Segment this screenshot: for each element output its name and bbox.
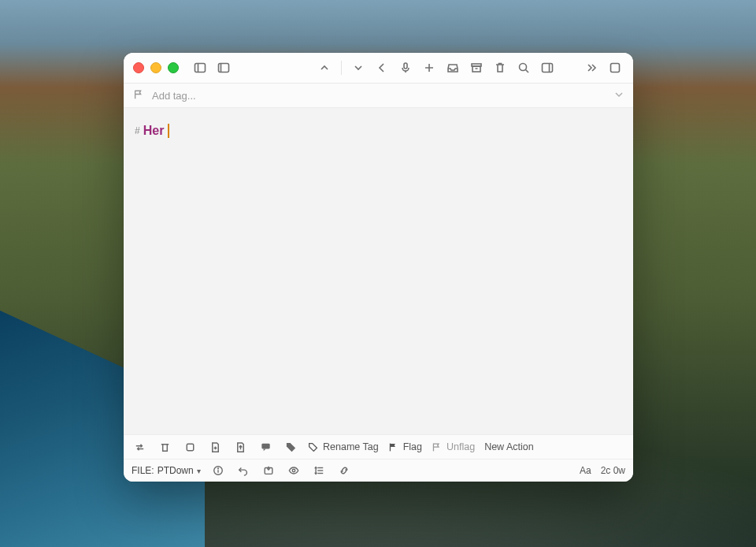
back-icon[interactable]	[373, 59, 391, 76]
comment-icon[interactable]	[258, 439, 273, 455]
svg-rect-13	[543, 64, 553, 73]
svg-rect-2	[219, 64, 229, 73]
close-window-button[interactable]	[133, 62, 144, 73]
insert-icon[interactable]	[261, 463, 276, 478]
svg-rect-0	[195, 64, 206, 73]
note-editor[interactable]: # Her	[124, 108, 633, 434]
svg-rect-4	[404, 63, 407, 69]
status-bar: FILE: PTDown ▾ Aa 2c 0w	[124, 459, 633, 482]
svg-point-25	[292, 469, 295, 472]
flag-button[interactable]: Flag	[388, 441, 422, 452]
overflow-icon[interactable]	[583, 59, 600, 76]
file-add-icon[interactable]	[207, 439, 223, 455]
svg-rect-19	[261, 443, 269, 448]
svg-point-11	[520, 64, 527, 71]
text-style-indicator[interactable]: Aa	[580, 465, 591, 476]
previous-note-icon[interactable]	[316, 59, 333, 76]
flag-label: Flag	[403, 441, 422, 452]
unflag-label: Unflag	[447, 441, 475, 452]
svg-rect-15	[611, 64, 620, 73]
microphone-icon[interactable]	[397, 59, 414, 76]
titlebar	[124, 53, 633, 84]
note-heading-text[interactable]: Her	[143, 122, 165, 140]
tag-input-placeholder[interactable]: Add tag...	[152, 90, 196, 102]
rename-tag-button[interactable]: Rename Tag	[308, 441, 379, 452]
chevron-down-icon: ▾	[197, 467, 201, 475]
file-picker[interactable]: FILE: PTDown ▾	[132, 465, 201, 476]
line-spacing-icon[interactable]	[311, 463, 327, 478]
file-export-icon[interactable]	[232, 439, 248, 455]
info-icon[interactable]	[210, 463, 226, 478]
toggle-editor-only-icon[interactable]	[215, 59, 232, 76]
new-action-button[interactable]: New Action	[484, 441, 534, 452]
swap-icon[interactable]	[132, 439, 147, 455]
search-icon[interactable]	[515, 59, 532, 76]
svg-point-23	[217, 468, 218, 469]
archive-icon[interactable]	[468, 59, 485, 76]
popout-window-icon[interactable]	[606, 59, 624, 76]
flag-icon[interactable]	[133, 89, 144, 102]
stop-icon[interactable]	[182, 439, 198, 455]
zoom-window-button[interactable]	[168, 62, 179, 73]
trash-icon[interactable]	[491, 59, 509, 76]
link-icon[interactable]	[336, 463, 352, 478]
next-note-icon[interactable]	[350, 59, 367, 76]
tag-bar: Add tag...	[124, 84, 633, 108]
new-action-label: New Action	[484, 441, 534, 452]
undo-icon[interactable]	[235, 463, 251, 478]
preview-icon[interactable]	[286, 463, 302, 478]
heading-marker: #	[135, 125, 140, 138]
action-bar: Rename Tag Flag Unflag New Action	[124, 434, 633, 459]
notes-window: Add tag... # Her Rename Tag Flag Unflag	[124, 53, 633, 482]
svg-rect-16	[187, 444, 193, 450]
collapse-tagbar-icon[interactable]	[614, 90, 624, 102]
trash-small-icon[interactable]	[157, 439, 172, 455]
char-word-count: 2c 0w	[601, 465, 625, 476]
toggle-sidebar-right-icon[interactable]	[539, 59, 556, 76]
tag-small-icon[interactable]	[283, 439, 298, 455]
file-prefix: FILE:	[132, 465, 154, 476]
toggle-sidebar-left-icon[interactable]	[191, 59, 209, 76]
minimize-window-button[interactable]	[150, 62, 161, 73]
window-controls	[133, 62, 179, 73]
file-name: PTDown	[158, 465, 194, 476]
new-note-icon[interactable]	[421, 59, 438, 76]
svg-marker-20	[263, 448, 265, 451]
rename-tag-label: Rename Tag	[323, 441, 379, 452]
text-caret	[168, 124, 169, 138]
unflag-button[interactable]: Unflag	[432, 441, 475, 452]
inbox-icon[interactable]	[444, 59, 461, 76]
svg-line-12	[526, 70, 529, 73]
